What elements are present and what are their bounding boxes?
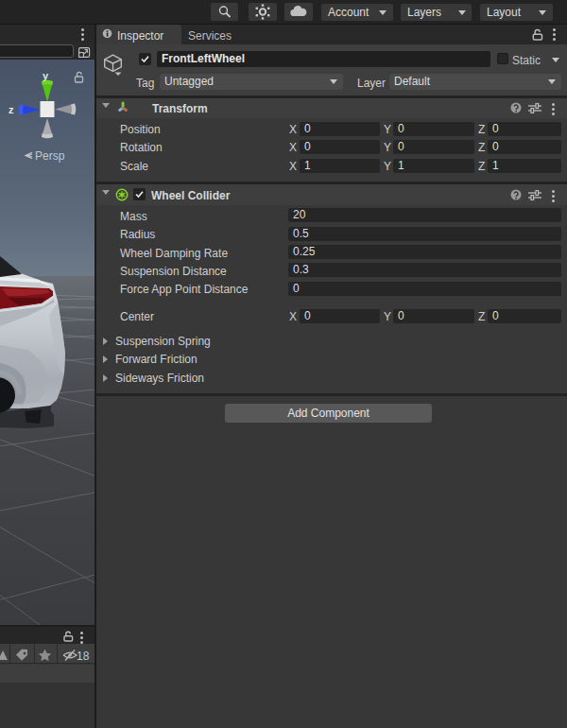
svg-text:Persp: Persp	[35, 149, 65, 163]
svg-text:z: z	[9, 104, 14, 115]
svg-text:y: y	[43, 70, 49, 81]
svg-text:18: 18	[77, 650, 90, 663]
